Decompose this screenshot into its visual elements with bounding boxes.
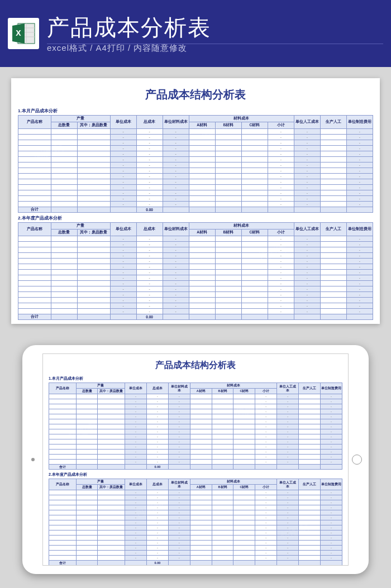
table-row: - - - - - - [18,151,373,157]
section2-container: 2.本年度产品成本分析 产品名称 产量 单位成本 总成本 单位材料成本 材料成本… [18,215,373,320]
col-unit-mfg: 单位制造费用 [320,383,342,394]
col-total-qty: 总数量 [76,389,98,394]
table-row: - - - - - - [18,236,373,242]
col-prod-labor: 生产人工 [320,223,346,236]
col-mat-b: B材料 [212,485,233,490]
col-output-group: 产量 [51,116,110,122]
col-unit-material: 单位材料成本 [163,223,189,236]
col-subtotal: 小计 [268,122,294,129]
col-unit-cost: 单位成本 [110,223,136,236]
table-row: - - - - - - [18,247,373,253]
table-row: - - - - - - [18,185,373,190]
col-prod-labor: 生产人工 [299,479,321,490]
header-texts: 产品成本分析表 excel格式 / A4打印 / 内容随意修改 [47,14,211,54]
table-row: - - - - - - [49,444,342,450]
sheet-title: 产品成本结构分析表 [18,87,373,102]
col-waste-qty: 其中：废品数量 [77,230,110,236]
table-row: - - - - - - [49,399,342,404]
col-output-group: 产量 [51,223,110,230]
excel-icon: X [8,18,39,49]
col-material-group: 材料成本 [189,116,294,122]
col-total-qty: 总数量 [51,230,77,236]
table-row: - - - - - - [49,495,342,500]
table-row: - - - - - - [49,394,342,399]
table-row: - - - - - - [18,190,373,196]
col-mat-b: B材料 [215,230,241,236]
table-row: - - - - - - [18,309,373,314]
cost-table: 产品名称 产量 单位成本 总成本 单位材料成本 材料成本 单位人工成本 生产人工… [49,479,342,566]
table-row: - - - - - - [18,168,373,174]
total-row: 合计 0.00 [18,314,373,320]
col-unit-labor: 单位人工成本 [294,223,320,236]
table-row: - - - - - - [49,556,342,561]
col-waste-qty: 其中：废品数量 [98,485,125,490]
table-row: - - - - - - [18,162,373,168]
total-row: 合计 0.00 [49,561,342,566]
table-row: - - - - - - [49,536,342,541]
col-unit-material: 单位材料成本 [168,383,190,394]
section1-container-tablet: 1.本月产品成本分析 产品名称 产量 单位成本 总成本 单位材料成本 材料成本 … [49,376,342,470]
total-cost-value: 0.00 [146,561,168,566]
col-material-group: 材料成本 [190,479,277,485]
table-row: - - - - - - [49,505,342,510]
col-unit-labor: 单位人工成本 [277,479,299,490]
table-row: - - - - - - [18,259,373,264]
table-row: - - - - - - [18,157,373,162]
col-unit-mfg: 单位制造费用 [346,223,373,236]
header-divider [47,44,383,44]
table-row: - - - - - - [49,414,342,419]
tablet-screen: 产品成本结构分析表 1.本月产品成本分析 产品名称 产量 单位成本 总成本 单位… [42,353,349,566]
col-unit-material: 单位材料成本 [163,116,189,129]
col-unit-material: 单位材料成本 [168,479,190,490]
col-mat-b: B材料 [212,389,233,394]
col-material-group: 材料成本 [189,223,294,230]
table-row: - - - - - - [18,129,373,135]
table-row: - - - - - - [18,174,373,179]
table-row: - - - - - - [49,429,342,434]
col-prod-labor: 生产人工 [320,116,346,129]
col-unit-mfg: 单位制造费用 [346,116,373,129]
col-total-cost: 总成本 [146,383,168,394]
col-product-name: 产品名称 [49,479,77,490]
col-unit-mfg: 单位制造费用 [320,479,342,490]
total-label: 合计 [49,465,77,470]
table-row: - - - - - - [18,292,373,298]
col-output-group: 产量 [76,383,125,389]
table-row: - - - - - - [18,196,373,202]
table-row: - - - - - - [18,179,373,185]
col-mat-a: A材料 [190,485,212,490]
col-product-name: 产品名称 [18,116,51,129]
table-row: - - - - - - [18,270,373,275]
cost-table: 产品名称 产量 单位成本 总成本 单位材料成本 材料成本 单位人工成本 生产人工… [49,383,342,470]
total-label: 合计 [18,207,51,213]
table-row: - - - - - - [18,281,373,286]
col-mat-a: A材料 [189,230,215,236]
preview-panel-top: 产品成本结构分析表 1.本月产品成本分析 产品名称 产量 单位成本 总成本 单位… [11,78,380,324]
col-output-group: 产量 [76,479,125,485]
table-row: - - - - - - [49,541,342,546]
total-label: 合计 [18,314,51,320]
section-label: 1.本月产品成本分析 [49,376,342,381]
table-row: - - - - - - [18,202,373,207]
col-subtotal: 小计 [255,389,277,394]
col-unit-cost: 单位成本 [125,479,147,490]
table-row: - - - - - - [49,404,342,409]
col-mat-b: B材料 [215,122,241,129]
table-row: - - - - - - [18,140,373,146]
table-row: - - - - - - [18,303,373,309]
col-total-cost: 总成本 [146,479,168,490]
table-row: - - - - - - [18,242,373,247]
total-cost-value: 0.00 [136,314,163,320]
table-row: - - - - - - [49,520,342,525]
table-row: - - - - - - [18,286,373,292]
table-row: - - - - - - [49,490,342,495]
section-label: 1.本月产品成本分析 [18,108,373,114]
header-title: 产品成本分析表 [47,14,211,41]
table-row: - - - - - - [49,530,342,536]
header-subtitle: excel格式 / A4打印 / 内容随意修改 [47,43,211,54]
table-row: - - - - - - [49,460,342,465]
header-bar: X 产品成本分析表 excel格式 / A4打印 / 内容随意修改 [0,0,391,67]
col-mat-c: C材料 [241,230,268,236]
col-total-cost: 总成本 [136,116,163,129]
col-product-name: 产品名称 [49,383,77,394]
